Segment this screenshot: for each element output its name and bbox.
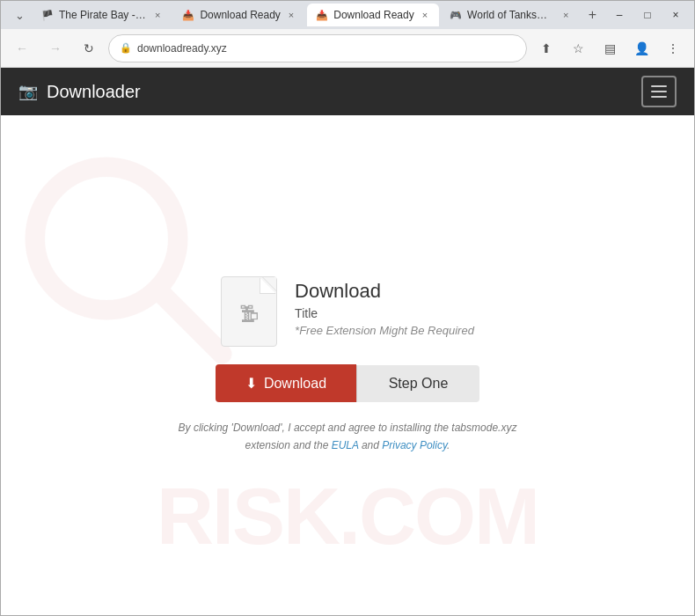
tab-close-2[interactable]: × [286,9,296,21]
reload-button[interactable]: ↻ [75,34,103,62]
forward-button[interactable]: → [41,34,70,62]
step-one-label: Step One [389,376,449,391]
download-button[interactable]: ⬇ Download [216,364,356,402]
maximize-button[interactable]: □ [636,4,659,26]
download-button-label: Download [264,376,326,392]
tab-list-chevron[interactable]: ⌄ [8,4,31,26]
tab-favicon-4: 🎮 [450,9,462,21]
lock-icon: 🔒 [120,42,132,54]
tab-favicon-2: 📥 [182,9,194,21]
file-name: Title [295,306,474,320]
tab-download-ready-2[interactable]: 📥 Download Ready × [307,4,439,26]
address-bar[interactable]: 🔒 downloadready.xyz [108,34,527,62]
tab-title-1: The Pirate Bay - Th... [59,9,147,21]
brand: 📷 Downloader [18,82,141,102]
title-bar: ⌄ 🏴 The Pirate Bay - Th... × 📥 Download … [1,1,694,29]
back-button[interactable]: ← [8,34,36,62]
privacy-policy-link[interactable]: Privacy Policy [382,439,447,451]
hamburger-line-1 [651,85,667,87]
menu-icon[interactable]: ⋮ [659,34,687,62]
tab-bar: ⌄ 🏴 The Pirate Bay - Th... × 📥 Download … [8,4,608,26]
step-one-button[interactable]: Step One [356,365,479,402]
eula-link[interactable]: EULA [332,439,359,451]
window-controls: – □ × [608,4,687,26]
tab-world-of-tanks[interactable]: 🎮 World of Tanks—F... × [441,4,580,26]
page-content: RISK.COM 🗜 Download Title *Free Extensio… [1,115,694,615]
disclaimer: By clicking 'Download', I accept and agr… [179,420,517,453]
tab-favicon-3: 📥 [316,9,328,21]
download-icon: ⬇ [245,375,257,392]
reader-mode-icon[interactable]: ▤ [596,34,624,62]
tab-title-3: Download Ready [333,9,413,21]
file-icon: 🗜 [221,276,277,347]
file-fold-light [263,277,276,290]
address-text: downloadready.xyz [137,42,516,55]
tab-close-4[interactable]: × [560,9,571,21]
download-card: 🗜 Download Title *Free Extension Might B… [161,259,535,471]
nav-actions: ⬆ ☆ ▤ 👤 ⋮ [532,34,687,62]
tab-title-2: Download Ready [200,9,280,21]
browser-window: ⌄ 🏴 The Pirate Bay - Th... × 📥 Download … [0,0,695,616]
profile-icon[interactable]: 👤 [627,34,655,62]
tab-close-1[interactable]: × [152,9,163,21]
bookmark-icon[interactable]: ☆ [564,34,592,62]
page-header: 📷 Downloader [1,68,694,115]
tab-pirate-bay[interactable]: 🏴 The Pirate Bay - Th... × [33,4,172,26]
hamburger-menu[interactable] [641,76,677,107]
file-note: *Free Extension Might Be Required [295,324,474,337]
hamburger-line-3 [651,96,667,98]
hamburger-line-2 [651,91,667,92]
file-type-icon: 🗜 [239,304,259,326]
download-heading: Download [295,280,474,303]
disclaimer-and: and [362,439,382,451]
tab-favicon-1: 🏴 [41,9,54,21]
tab-download-ready-1[interactable]: 📥 Download Ready × [173,4,305,26]
close-button[interactable]: × [664,4,687,26]
brand-icon: 📷 [18,82,38,101]
nav-bar: ← → ↻ 🔒 downloadready.xyz ⬆ ☆ ▤ 👤 ⋮ [1,29,694,68]
disclaimer-text-2: extension and the [245,439,329,451]
share-icon[interactable]: ⬆ [532,34,560,62]
new-tab-button[interactable]: + [582,4,604,26]
watermark-text: RISK.COM [1,472,694,562]
minimize-button[interactable]: – [608,4,631,26]
tab-close-3[interactable]: × [420,9,430,21]
brand-name: Downloader [47,82,141,102]
svg-point-0 [35,167,179,311]
tab-title-4: World of Tanks—F... [467,9,555,21]
file-details: Download Title *Free Extension Might Be … [295,276,474,337]
card-buttons: ⬇ Download Step One [216,364,479,402]
card-top: 🗜 Download Title *Free Extension Might B… [221,276,474,347]
disclaimer-dot: . [447,439,450,451]
disclaimer-text-1: By clicking 'Download', I accept and agr… [179,422,517,434]
